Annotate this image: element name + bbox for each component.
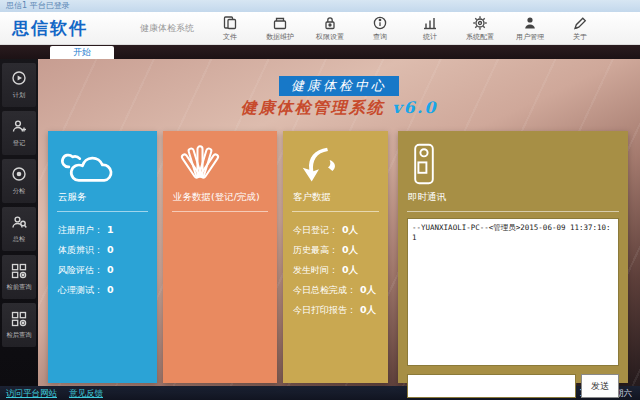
sidebar-item-register[interactable]: 登记 [2, 111, 36, 155]
sidebar-item-label: 计划 [13, 91, 26, 100]
card-business-data: 业务数据(登记/完成) [163, 131, 277, 383]
send-button[interactable]: 发送 [581, 374, 619, 398]
stat-row: 今日打印报告：0人 [293, 300, 388, 320]
center-name-badge: 健康体检中心 [279, 76, 399, 96]
stat-value: 0人 [342, 244, 358, 255]
card-instant-messaging: 即时通讯 --YUANXIAOLI-PC--<管理员>2015-06-09 11… [398, 131, 628, 383]
stat-row: 今日总检完成：0人 [293, 280, 388, 300]
tab-start[interactable]: 开始 [50, 46, 114, 59]
customer-stats: 今日登记：0人 历史最高：0人 发生时间：0人 今日总检完成：0人 今日打印报告… [283, 218, 388, 320]
toolbar-label: 文件 [223, 32, 237, 42]
sidebar-item-label: 检后查询 [6, 331, 31, 340]
hand-cursor-icon [283, 131, 388, 185]
app-header: 思信软件 健康体检系统 文件 数据维护 权限设置 [0, 12, 640, 45]
gear-icon [472, 15, 488, 31]
system-title: 健康体检管理系统 v6.0 [38, 98, 640, 119]
sidebar-item-label: 总检 [13, 235, 26, 244]
main-content: 健康体检中心 健康体检管理系统 v6.0 云服务 注册用户：1 体质辨识：0 风… [38, 59, 640, 386]
toolbar-item-file[interactable]: 文件 [212, 15, 248, 42]
toolbar-item-about[interactable]: 关于 [562, 15, 598, 42]
card-title: 客户数据 [283, 185, 388, 204]
app-window: 思信1 平台已登录 思信软件 健康体检系统 文件 数据维护 权 [0, 0, 640, 400]
im-input-row: 发送 [407, 374, 619, 398]
toolbar-label: 关于 [573, 32, 587, 42]
page-heading: 健康体检中心 健康体检管理系统 v6.0 [38, 75, 640, 119]
stat-value: 0人 [360, 284, 376, 295]
sidebar-item-pre-exam-query[interactable]: 检前查询 [2, 255, 36, 299]
left-sidebar: 计划 登记 分检 总检 [0, 59, 38, 386]
lock-icon [322, 15, 338, 31]
im-message-input[interactable] [407, 374, 576, 398]
toolbar-item-query[interactable]: 查询 [362, 15, 398, 42]
stat-value: 0 [107, 264, 114, 275]
stat-row: 心理测试：0 [58, 280, 157, 300]
user-search-icon [10, 214, 28, 232]
sidebar-item-label: 检前查询 [6, 283, 31, 292]
card-title: 业务数据(登记/完成) [163, 185, 277, 204]
stat-value: 0 [107, 284, 114, 295]
stat-value: 0人 [342, 264, 358, 275]
toolbar-label: 权限设置 [316, 32, 344, 42]
toolbar-label: 统计 [423, 32, 437, 42]
stat-row: 风险评估：0 [58, 260, 157, 280]
stat-value: 1 [107, 224, 114, 235]
login-status-text: 思信1 平台已登录 [6, 1, 70, 10]
sidebar-item-label: 登记 [13, 139, 26, 148]
sidebar-item-final-check[interactable]: 总检 [2, 207, 36, 251]
grid-gear-icon [10, 310, 28, 328]
user-icon [522, 15, 538, 31]
toolbar-label: 查询 [373, 32, 387, 42]
os-titlebar: 思信1 平台已登录 [0, 0, 640, 12]
archive-box-icon [272, 15, 288, 31]
stat-row: 注册用户：1 [58, 220, 157, 240]
toolbar-label: 系统配置 [466, 32, 494, 42]
info-circle-icon [372, 15, 388, 31]
im-log-line: --YUANXIAOLI-PC--<管理员>2015-06-09 11:37:1… [412, 223, 614, 233]
divider [57, 211, 148, 212]
feedback-link[interactable]: 意见反馈 [69, 388, 103, 400]
stat-value: 0人 [342, 224, 358, 235]
toolbar-label: 数据维护 [266, 32, 294, 42]
user-add-icon [10, 118, 28, 136]
main-toolbar: 文件 数据维护 权限设置 查询 [212, 15, 598, 42]
cloud-stats: 注册用户：1 体质辨识：0 风险评估：0 心理测试：0 [48, 218, 157, 300]
divider [292, 211, 379, 212]
card-cloud-service: 云服务 注册用户：1 体质辨识：0 风险评估：0 心理测试：0 [48, 131, 157, 383]
im-message-log: --YUANXIAOLI-PC--<管理员>2015-06-09 11:37:1… [407, 218, 619, 366]
sidebar-item-plan[interactable]: 计划 [2, 63, 36, 107]
sidebar-item-triage[interactable]: 分检 [2, 159, 36, 203]
bar-chart-icon [422, 15, 438, 31]
app-subtitle: 健康体检系统 [140, 22, 194, 35]
app-brand: 思信软件 [12, 17, 88, 40]
system-name: 健康体检管理系统 [241, 98, 385, 117]
status-links: 访问平台网站 意见反馈 [6, 388, 103, 400]
toolbar-label: 用户管理 [516, 32, 544, 42]
stat-row: 今日登记：0人 [293, 220, 388, 240]
card-title: 即时通讯 [398, 185, 628, 204]
toolbar-item-statistics[interactable]: 统计 [412, 15, 448, 42]
divider [172, 211, 268, 212]
toolbar-item-data-maintenance[interactable]: 数据维护 [262, 15, 298, 42]
divider [407, 211, 619, 212]
im-log-line: 1 [412, 233, 614, 243]
card-title: 云服务 [48, 185, 157, 204]
stat-value: 0人 [360, 304, 376, 315]
toolbar-item-system-config[interactable]: 系统配置 [462, 15, 498, 42]
platform-website-link[interactable]: 访问平台网站 [6, 388, 57, 400]
grid-gear-icon [10, 262, 28, 280]
stat-row: 发生时间：0人 [293, 260, 388, 280]
cloud-icon [48, 131, 157, 185]
toolbar-item-users[interactable]: 用户管理 [512, 15, 548, 42]
stat-value: 0 [107, 244, 114, 255]
card-customer-data: 客户数据 今日登记：0人 历史最高：0人 发生时间：0人 今日总检完成：0人 今… [283, 131, 388, 383]
pen-icon [572, 15, 588, 31]
target-icon [10, 166, 28, 184]
tab-bar: 开始 [0, 45, 640, 59]
system-version: v6.0 [392, 98, 437, 117]
fan-pages-icon [163, 131, 277, 185]
stat-row: 体质辨识：0 [58, 240, 157, 260]
toolbar-item-permissions[interactable]: 权限设置 [312, 15, 348, 42]
sidebar-item-label: 分检 [13, 187, 26, 196]
file-icon [222, 15, 238, 31]
sidebar-item-post-exam-query[interactable]: 检后查询 [2, 303, 36, 347]
